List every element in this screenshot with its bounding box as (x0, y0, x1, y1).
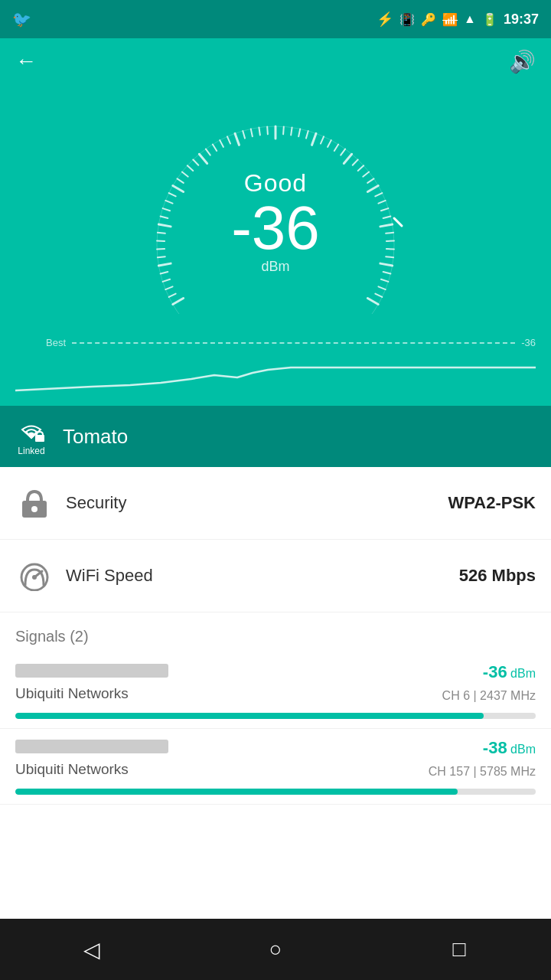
signal-network-1: Ubiquiti Networks (15, 685, 129, 702)
signal-channel-2: CH 157 | 5785 MHz (429, 765, 536, 779)
signal-network-2: Ubiquiti Networks (15, 761, 129, 778)
signal-dbm-unit-2: dBm (510, 743, 536, 756)
svg-line-22 (206, 149, 210, 155)
svg-line-14 (165, 201, 172, 204)
twitter-icon: 🐦 (12, 10, 31, 28)
speedometer-icon (19, 560, 50, 591)
svg-line-11 (158, 224, 171, 227)
svg-line-30 (267, 126, 268, 134)
svg-line-36 (312, 133, 316, 145)
info-section: Security WPA2-PSK WiFi Speed 526 Mbps Si… (0, 467, 551, 805)
gauge-center: Good -36 dBm (231, 169, 320, 275)
svg-line-60 (375, 294, 382, 297)
svg-line-45 (367, 178, 373, 183)
svg-line-40 (341, 149, 345, 155)
header-bar: ← 🔊 (0, 38, 551, 84)
svg-line-37 (321, 136, 324, 143)
svg-line-38 (328, 140, 331, 147)
signal-dbm-unit-1: dBm (510, 667, 536, 680)
vpn-icon: 🔑 (421, 12, 436, 27)
signal-name-blurred-1 (15, 664, 168, 678)
svg-line-3 (165, 286, 172, 289)
linked-label: Linked (18, 446, 44, 456)
svg-line-59 (378, 286, 385, 289)
svg-line-61 (367, 299, 378, 305)
signal-chart (15, 341, 536, 402)
svg-line-29 (259, 128, 259, 136)
svg-line-23 (213, 145, 217, 151)
gauge-container: Good -36 dBm (130, 100, 421, 314)
svg-line-47 (375, 193, 382, 196)
svg-line-48 (378, 201, 385, 204)
svg-line-42 (353, 160, 358, 165)
svg-line-16 (173, 186, 184, 192)
lock-icon (21, 487, 48, 519)
svg-line-43 (358, 165, 364, 171)
svg-line-52 (386, 233, 393, 234)
svg-point-68 (32, 575, 37, 580)
svg-line-39 (334, 145, 338, 151)
status-right: ⚡ 📳 🔑 📶 ▲ 🔋 19:37 (377, 11, 539, 28)
signal-item-2: -38 dBm Ubiquiti Networks CH 157 | 5785 … (0, 729, 551, 805)
gauge-section: Good -36 dBm Best -36 (0, 84, 551, 406)
svg-line-32 (283, 126, 284, 134)
bluetooth-icon: ⚡ (377, 11, 393, 28)
svg-line-7 (158, 256, 165, 257)
signal-name-blurred-2 (15, 740, 168, 753)
signal-bar-fill-1 (15, 713, 484, 719)
svg-line-10 (158, 233, 165, 234)
svg-line-62 (394, 218, 402, 226)
security-label: Security (66, 493, 448, 513)
svg-line-25 (227, 136, 230, 143)
svg-line-27 (243, 131, 245, 139)
svg-line-6 (158, 263, 171, 266)
battery-icon: 🔋 (482, 12, 497, 27)
network-bar: Linked Tomato (0, 406, 551, 467)
wifi-speed-row: WiFi Speed 526 Mbps (0, 540, 551, 612)
security-icon-container (15, 484, 54, 522)
signal-bar-container-2 (15, 789, 536, 795)
back-nav-button[interactable]: ◁ (69, 926, 115, 972)
network-name: Tomato (63, 425, 128, 449)
svg-line-55 (386, 256, 393, 257)
recent-nav-button[interactable]: □ (436, 926, 482, 972)
signal-bar-container-1 (15, 713, 536, 719)
svg-line-13 (163, 208, 171, 211)
signal-channel-1: CH 6 | 2437 MHz (442, 689, 536, 703)
chart-area: Best -36 (0, 322, 551, 406)
svg-line-2 (169, 294, 176, 297)
svg-line-51 (380, 224, 393, 227)
svg-rect-63 (35, 435, 44, 442)
svg-point-65 (31, 506, 37, 512)
svg-line-46 (367, 186, 378, 192)
security-row: Security WPA2-PSK (0, 467, 551, 540)
security-value: WPA2-PSK (448, 493, 536, 513)
wifi-speed-value: 526 Mbps (459, 566, 536, 586)
svg-line-18 (182, 172, 188, 177)
signal-dbm-1: -36 (483, 662, 507, 681)
svg-line-41 (344, 154, 351, 163)
signal-item-1: -36 dBm Ubiquiti Networks CH 6 | 2437 MH… (0, 653, 551, 729)
signal-top-row-2: -38 dBm (15, 738, 536, 758)
svg-line-35 (306, 131, 308, 139)
svg-line-58 (381, 279, 389, 282)
svg-line-50 (383, 217, 391, 218)
home-nav-button[interactable]: ○ (253, 926, 298, 972)
signal-dbm-2: -38 (483, 738, 507, 757)
svg-line-1 (173, 299, 184, 305)
signal-top-row-1: -36 dBm (15, 662, 536, 682)
svg-line-15 (169, 193, 176, 196)
clock: 19:37 (504, 11, 539, 28)
svg-line-5 (161, 272, 168, 273)
svg-line-24 (220, 140, 223, 147)
svg-line-26 (235, 133, 239, 145)
svg-line-20 (193, 160, 198, 165)
bottom-nav: ◁ ○ □ (0, 919, 551, 980)
sound-button[interactable]: 🔊 (509, 49, 536, 74)
signal-bar-fill-2 (15, 789, 458, 795)
vibrate-icon: 📳 (399, 12, 415, 27)
svg-line-49 (381, 208, 389, 211)
wifi-icon: 📶 (442, 12, 458, 27)
back-button[interactable]: ← (15, 49, 37, 74)
svg-line-19 (187, 165, 193, 171)
